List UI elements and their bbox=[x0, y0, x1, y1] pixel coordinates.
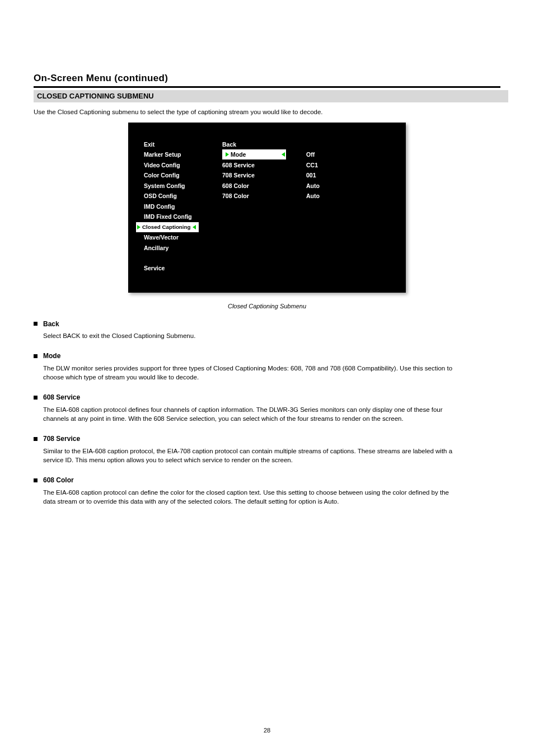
value-mode: Off bbox=[306, 151, 357, 158]
submenu-item-mode-selected[interactable]: Mode bbox=[222, 149, 286, 159]
submenu-item-708-color[interactable]: 708 Color bbox=[222, 192, 306, 199]
menu-item-ancillary[interactable]: Ancillary bbox=[144, 245, 222, 251]
section-back: Back Select BACK to exit the Closed Capt… bbox=[34, 320, 500, 341]
menu-item-wave-vector[interactable]: Wave/Vector bbox=[144, 234, 222, 241]
page: On-Screen Menu (continued) CLOSED CAPTIO… bbox=[0, 0, 534, 756]
osd-row: Ancillary bbox=[144, 243, 390, 253]
osd-row: Wave/Vector bbox=[144, 232, 390, 243]
horizontal-rule bbox=[34, 86, 500, 88]
submenu-item-608-color[interactable]: 608 Color bbox=[222, 182, 306, 189]
section-body: The EIA-608 caption protocol defines fou… bbox=[43, 405, 457, 423]
menu-item-marker-setup[interactable]: Marker Setup bbox=[144, 151, 222, 158]
section-title: Back bbox=[43, 320, 59, 329]
section-708-service: 708 Service Similar to the EIA-608 capti… bbox=[34, 434, 500, 464]
submenu-item-608-service[interactable]: 608 Service bbox=[222, 162, 306, 168]
menu-item-imd-config[interactable]: IMD Config bbox=[144, 203, 222, 210]
menu-item-osd-config[interactable]: OSD Config bbox=[144, 192, 222, 199]
osd-row: Exit Back bbox=[144, 139, 390, 150]
value-708-color: Auto bbox=[306, 192, 357, 199]
bullet-icon bbox=[34, 437, 38, 441]
figure-caption: Closed Captioning Submenu bbox=[34, 303, 500, 309]
section-title: 608 Color bbox=[43, 476, 74, 485]
menu-item-video-config[interactable]: Video Config bbox=[144, 162, 222, 168]
osd-row: Closed Captioning bbox=[144, 222, 390, 233]
section-body: Select BACK to exit the Closed Captionin… bbox=[43, 331, 457, 340]
osd-row: Color Config 708 Service 001 bbox=[144, 170, 390, 181]
menu-item-color-config[interactable]: Color Config bbox=[144, 172, 222, 179]
osd-row: Service bbox=[144, 263, 390, 274]
osd-menu-panel: Exit Back Marker Setup Mode Off Video Co… bbox=[128, 123, 406, 293]
bullet-icon bbox=[34, 478, 38, 482]
section-mode: Mode The DLW monitor series provides sup… bbox=[34, 351, 500, 382]
menu-item-exit[interactable]: Exit bbox=[144, 141, 222, 148]
section-608-service: 608 Service The EIA-608 caption protocol… bbox=[34, 393, 500, 423]
submenu-item-708-service[interactable]: 708 Service bbox=[222, 172, 306, 179]
menu-item-imd-fixed-config[interactable]: IMD Fixed Config bbox=[144, 213, 222, 220]
bullet-icon bbox=[34, 322, 38, 326]
menu-item-system-config[interactable]: System Config bbox=[144, 182, 222, 189]
intro-text: Use the Closed Captioning submenu to sel… bbox=[34, 108, 500, 117]
section-body: Similar to the EIA-608 caption protocol,… bbox=[43, 447, 457, 464]
osd-row: IMD Fixed Config bbox=[144, 212, 390, 222]
osd-row: System Config 608 Color Auto bbox=[144, 181, 390, 191]
menu-label: Closed Captioning bbox=[142, 224, 191, 230]
section-body: The DLW monitor series provides support … bbox=[43, 364, 457, 382]
page-number: 28 bbox=[0, 727, 534, 734]
triangle-right-icon bbox=[137, 225, 140, 229]
section-header: CLOSED CAPTIONING SUBMENU bbox=[34, 90, 508, 102]
osd-row: IMD Config bbox=[144, 201, 390, 212]
osd-row: Video Config 608 Service CC1 bbox=[144, 160, 390, 171]
value-608-service: CC1 bbox=[306, 162, 357, 168]
triangle-right-icon bbox=[226, 152, 229, 157]
submenu-item-back[interactable]: Back bbox=[222, 141, 306, 148]
page-title: On-Screen Menu (continued) bbox=[34, 73, 500, 84]
section-title: Mode bbox=[43, 351, 60, 361]
value-608-color: Auto bbox=[306, 182, 357, 189]
menu-item-service[interactable]: Service bbox=[144, 265, 222, 271]
value-708-service: 001 bbox=[306, 172, 357, 179]
submenu-label: Mode bbox=[231, 151, 246, 158]
osd-row: OSD Config 708 Color Auto bbox=[144, 191, 390, 201]
bullet-icon bbox=[34, 396, 38, 400]
bullet-icon bbox=[34, 354, 38, 358]
section-body: The EIA-608 caption protocol can define … bbox=[43, 488, 457, 506]
section-title: 608 Service bbox=[43, 393, 80, 402]
section-title: 708 Service bbox=[43, 434, 80, 444]
triangle-left-icon bbox=[282, 152, 285, 157]
triangle-left-icon bbox=[193, 225, 196, 229]
osd-row: Marker Setup Mode Off bbox=[144, 149, 390, 160]
menu-item-closed-captioning-selected[interactable]: Closed Captioning bbox=[136, 222, 199, 232]
section-608-color: 608 Color The EIA-608 caption protocol c… bbox=[34, 476, 500, 506]
